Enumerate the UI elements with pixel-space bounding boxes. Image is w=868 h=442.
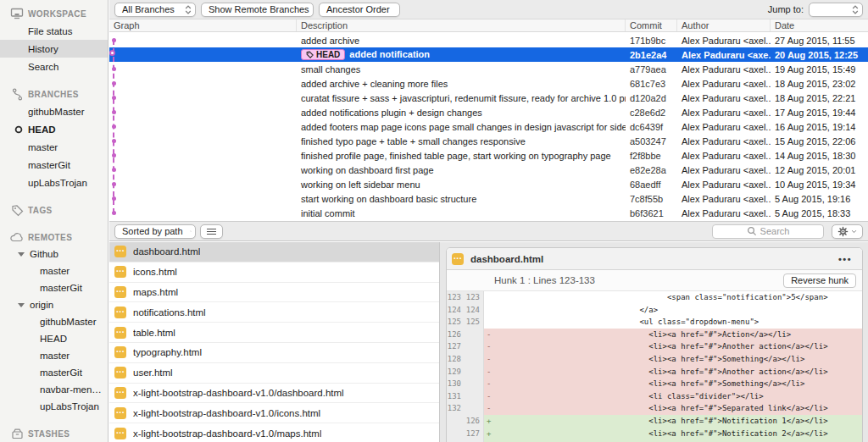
branch-filter-dropdown[interactable]: All Branches — [114, 3, 196, 17]
diff-line[interactable]: 131 - <li class="divider"></li> — [447, 390, 862, 403]
sidebar-item[interactable]: File status — [0, 22, 108, 40]
remote-item[interactable]: origin — [0, 296, 108, 313]
remote-item[interactable]: master — [0, 347, 108, 364]
remote-item-label: master — [40, 351, 70, 361]
modified-file-icon: ··· — [114, 428, 126, 439]
file-row[interactable]: ··· notifications.html — [109, 302, 439, 323]
diff-code: + <li><a href="#">Notification 1</a></li… — [484, 415, 862, 428]
file-row[interactable]: ··· dashboard.html — [109, 242, 439, 262]
remote-item[interactable]: navbar-men… — [0, 381, 108, 398]
stepper-icon — [185, 5, 192, 14]
commit-row[interactable]: added archive + cleaning more files 681c… — [109, 76, 868, 91]
remote-item[interactable]: Github — [0, 246, 108, 262]
commit-row[interactable]: added footers map page icons page small … — [109, 119, 868, 134]
diff-line[interactable]: 123 123 <span class="notification">5</sp… — [447, 291, 862, 304]
commit-description-cell: curatat fissure + sass + javascripturi, … — [297, 93, 626, 103]
branch-item[interactable]: master — [0, 138, 108, 156]
commit-row[interactable]: initial commit b6f3621 Alex Paduraru <ax… — [109, 206, 868, 220]
sidebar-section-workspace: WORKSPACE File status History Search — [0, 5, 108, 75]
commit-row[interactable]: finished typo page + table + small chang… — [109, 134, 868, 148]
branch-item[interactable]: masterGit — [0, 156, 108, 174]
commit-row[interactable]: curatat fissure + sass + javascripturi, … — [109, 91, 868, 105]
commit-row[interactable]: added archive 171b9bc Alex Paduraru <axe… — [109, 33, 868, 47]
branch-item[interactable]: githubMaster — [0, 102, 108, 120]
disclosure-triangle-icon[interactable] — [18, 303, 25, 307]
tags-header[interactable]: TAGS — [0, 202, 108, 218]
old-line-number: 123 — [447, 291, 465, 304]
column-header-commit[interactable]: Commit — [626, 19, 677, 31]
search-input[interactable]: Search — [712, 224, 824, 239]
commit-description-cell: working on dashboard first page — [297, 165, 626, 175]
diff-line[interactable]: 128 - <li><a href="#">Something</a></li> — [447, 353, 862, 366]
diff-code-text: <li><a href="#">Something</a></li> — [492, 379, 804, 388]
diff-line[interactable]: 126 + <li><a href="#">Notification 1</a>… — [447, 415, 862, 428]
commit-row[interactable]: HEADadded notification 2b1e2a4 Alex Padu… — [109, 47, 868, 62]
hunk-title: Hunk 1 : Lines 123-133 — [494, 275, 595, 285]
file-row[interactable]: ··· user.html — [109, 363, 439, 384]
commit-description: initial commit — [301, 208, 355, 218]
jump-to-dropdown[interactable] — [809, 3, 863, 17]
commit-row[interactable]: working on dashboard first page e82e28a … — [109, 163, 868, 177]
commit-row[interactable]: finished profile page, finished table pa… — [109, 148, 868, 163]
column-header-graph[interactable]: Graph — [109, 19, 297, 31]
commit-description: added archive — [301, 36, 359, 46]
remote-item[interactable]: masterGit — [0, 279, 108, 296]
branch-filter-value: All Branches — [122, 4, 178, 14]
sort-dropdown[interactable]: Sorted by path — [114, 224, 196, 239]
remote-item[interactable]: githubMaster — [0, 313, 108, 330]
commit-row[interactable]: small changes a779aea Alex Paduraru <axe… — [109, 62, 868, 76]
column-header-date[interactable]: Date — [771, 19, 868, 31]
new-line-number: 127 — [465, 428, 484, 440]
commit-row[interactable]: added notifications plugin + design chan… — [109, 105, 868, 119]
diff-line[interactable]: 126 - <li><a href="#">Action</a></li> — [447, 329, 862, 341]
file-row[interactable]: ··· icons.html — [109, 262, 439, 283]
branches-icon — [8, 88, 26, 101]
commit-row[interactable]: start working on dashboard basic structu… — [109, 191, 868, 206]
commit-description: working on dashboard first page — [301, 165, 434, 175]
file-row[interactable]: ··· maps.html — [109, 283, 439, 303]
diff-line[interactable]: 127 + <li><a href="#">Notification 2</a>… — [447, 428, 862, 440]
sidebar-item[interactable]: Search — [0, 58, 108, 75]
modified-file-icon: ··· — [114, 266, 126, 278]
workspace-icon — [8, 8, 26, 19]
diff-code: - <li><a href="#">Separated link</a></li… — [484, 402, 862, 415]
branch-item[interactable]: HEAD — [0, 120, 108, 138]
diff-line[interactable]: 132 - <li><a href="#">Separated link</a>… — [447, 402, 862, 415]
settings-button[interactable] — [832, 224, 863, 239]
diff-line[interactable]: 125 125 <ul class="dropdown-menu"> — [447, 316, 862, 329]
remote-item[interactable]: masterGit — [0, 364, 108, 381]
workspace-items: File status History Search — [0, 22, 108, 75]
diff-options-button[interactable]: ••• — [838, 254, 852, 264]
file-row[interactable]: ··· x-light-bootstrap-dashboard-v1.0/das… — [109, 384, 439, 404]
diff-line[interactable]: 130 - <li><a href="#">Something</a></li> — [447, 378, 862, 390]
remote-item[interactable]: master — [0, 262, 108, 279]
list-view-button[interactable] — [200, 224, 223, 239]
commit-description: added archive + cleaning more files — [301, 79, 448, 89]
sidebar-item[interactable]: History — [0, 40, 108, 58]
commit-date: 5 Aug 2015, 19:16 — [771, 194, 868, 204]
file-row[interactable]: ··· x-light-bootstrap-dashboard-v1.0/ico… — [109, 403, 439, 423]
stashes-header[interactable]: STASHES — [0, 425, 108, 442]
remote-item[interactable]: upLabsTrojan — [0, 398, 108, 415]
column-header-description[interactable]: Description — [297, 19, 626, 31]
remote-item[interactable]: HEAD — [0, 330, 108, 347]
file-row[interactable]: ··· typography.html — [109, 343, 439, 363]
file-row[interactable]: ··· x-light-bootstrap-dashboard-v1.0/map… — [109, 423, 439, 442]
reverse-hunk-button[interactable]: Reverse hunk — [783, 273, 856, 288]
diff-line[interactable]: 124 124 </a> — [447, 304, 862, 317]
branch-item-label: master — [28, 142, 58, 152]
order-dropdown[interactable]: Ancestor Order — [319, 3, 400, 17]
diff-line[interactable]: 127 - <li><a href="#">Another action</a>… — [447, 340, 862, 353]
remote-branches-dropdown[interactable]: Show Remote Branches — [201, 3, 314, 17]
commit-date: 5 Aug 2015, 18:33 — [771, 208, 868, 218]
stepper-icon — [852, 5, 859, 14]
diff-line[interactable]: 129 - <li><a href="#">Another action</a>… — [447, 366, 862, 378]
branch-item[interactable]: upLabsTrojan — [0, 174, 108, 191]
file-row[interactable]: ··· table.html — [109, 323, 439, 343]
column-header-author[interactable]: Author — [677, 19, 771, 31]
stashes-icon — [8, 428, 26, 439]
disclosure-triangle-icon[interactable] — [18, 252, 25, 257]
diff-code: - <li class="divider"></li> — [484, 390, 862, 403]
commit-row[interactable]: working on left sidebar menu 68aedff Ale… — [109, 177, 868, 191]
branches-items: githubMaster HEAD master — [0, 102, 108, 191]
